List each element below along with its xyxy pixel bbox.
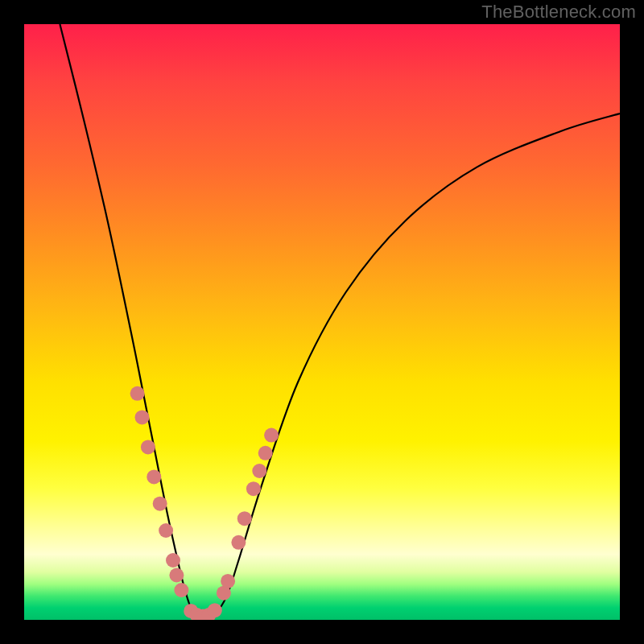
watermark-text: TheBottleneck.com	[481, 2, 636, 23]
plot-area	[24, 24, 620, 620]
chart-canvas: TheBottleneck.com	[0, 0, 644, 644]
chart-overlay	[24, 24, 620, 620]
curve-marker	[135, 410, 150, 424]
curve-marker	[130, 386, 145, 401]
curve-marker	[153, 497, 167, 511]
curve-marker	[169, 568, 184, 583]
curve-marker	[159, 523, 173, 538]
curve-marker	[231, 535, 246, 550]
curve-marker	[141, 440, 155, 454]
curve-marker	[252, 464, 266, 478]
curve-marker	[221, 574, 235, 588]
bottleneck-curve	[60, 24, 620, 617]
curve-marker	[208, 603, 222, 617]
curve-marker	[264, 428, 279, 443]
curve-marker	[174, 583, 188, 597]
curve-marker	[246, 481, 261, 496]
curve-marker	[166, 553, 180, 568]
curve-marker	[147, 469, 161, 484]
curve-marker	[258, 446, 273, 460]
curve-marker	[237, 511, 252, 526]
